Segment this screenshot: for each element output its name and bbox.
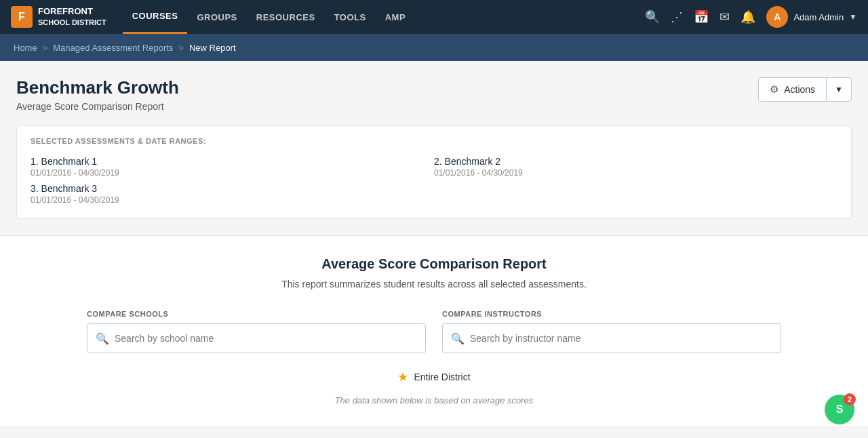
school-search-icon: 🔍 — [96, 332, 109, 345]
page-title-area: Benchmark Growth Average Score Compariso… — [16, 77, 179, 112]
assessments-label: SELECTED ASSESSMENTS & DATE RANGES: — [31, 137, 837, 145]
instructor-search-input[interactable] — [470, 333, 772, 344]
nav-courses[interactable]: COURSES — [123, 0, 188, 34]
actions-label: Actions — [784, 84, 815, 95]
grid-icon[interactable]: ⋰ — [671, 9, 683, 24]
instructor-search-icon: 🔍 — [451, 332, 465, 345]
school-search-input[interactable] — [115, 333, 417, 344]
assessments-card: SELECTED ASSESSMENTS & DATE RANGES: 1. B… — [16, 125, 852, 219]
bell-icon[interactable]: 🔔 — [741, 9, 755, 24]
nav-right: 🔍 ⋰ 📅 ✉ 🔔 A Adam Admin ▼ — [645, 6, 857, 28]
assessment-item-1: 1. Benchmark 1 01/01/2016 - 04/30/2019 — [31, 153, 434, 180]
assessment-date-3: 01/01/2016 - 04/30/2019 — [31, 195, 434, 205]
school-search-wrap[interactable]: 🔍 — [87, 323, 426, 353]
compare-schools-label: COMPARE SCHOOLS — [87, 310, 426, 318]
bottom-section: Average Score Comparison Report This rep… — [0, 235, 868, 426]
data-note: The data shown below is based on average… — [16, 395, 852, 405]
logo-icon: F — [11, 6, 33, 28]
assessment-item-3: 3. Benchmark 3 01/01/2016 - 04/30/2019 — [31, 180, 434, 207]
assessment-name-3: 3. Benchmark 3 — [31, 183, 434, 194]
breadcrumb-sep-1: > — [43, 43, 48, 53]
user-area[interactable]: A Adam Admin ▼ — [766, 6, 857, 28]
support-count: 2 — [844, 393, 856, 405]
support-initials: S — [836, 403, 844, 416]
report-description: This report summarizes student results a… — [16, 279, 852, 290]
gear-icon: ⚙ — [770, 83, 778, 96]
nav-amp[interactable]: AMP — [376, 0, 415, 34]
star-icon: ★ — [397, 370, 408, 384]
actions-dropdown-chevron[interactable]: ▼ — [827, 79, 851, 100]
logo-area[interactable]: F FOREFRONT SCHOOL DISTRICT — [11, 6, 106, 28]
compare-section: COMPARE SCHOOLS 🔍 COMPARE INSTRUCTORS 🔍 — [16, 310, 852, 353]
page-subtitle: Average Score Comparison Report — [16, 101, 179, 112]
search-icon[interactable]: 🔍 — [645, 9, 660, 24]
assessment-item-2: 2. Benchmark 2 01/01/2016 - 04/30/2019 — [434, 153, 837, 180]
calendar-icon[interactable]: 📅 — [694, 9, 709, 24]
breadcrumb: Home > Managed Assessment Reports > New … — [0, 34, 868, 61]
entire-district[interactable]: ★ Entire District — [16, 370, 852, 384]
assessment-date-2: 01/01/2016 - 04/30/2019 — [434, 168, 837, 178]
compare-instructors-label: COMPARE INSTRUCTORS — [442, 310, 781, 318]
actions-main[interactable]: ⚙ Actions — [759, 78, 827, 101]
assessment-name-2: 2. Benchmark 2 — [434, 156, 837, 167]
breadcrumb-current: New Report — [189, 43, 236, 53]
page-header: Benchmark Growth Average Score Compariso… — [16, 77, 852, 112]
actions-button[interactable]: ⚙ Actions ▼ — [758, 77, 852, 102]
nav-resources[interactable]: RESOURCES — [247, 0, 325, 34]
page-title: Benchmark Growth — [16, 77, 179, 98]
nav-bar: F FOREFRONT SCHOOL DISTRICT COURSES GROU… — [0, 0, 868, 34]
breadcrumb-sep-2: > — [178, 43, 184, 53]
nav-groups[interactable]: GROUPS — [187, 0, 246, 34]
avatar: A — [766, 6, 788, 28]
compare-schools-col: COMPARE SCHOOLS 🔍 — [87, 310, 426, 353]
nav-left: F FOREFRONT SCHOOL DISTRICT COURSES GROU… — [11, 0, 415, 34]
support-badge[interactable]: S 2 — [825, 395, 854, 424]
entire-district-label: Entire District — [414, 372, 470, 382]
breadcrumb-managed[interactable]: Managed Assessment Reports — [53, 43, 173, 53]
assessment-name-1: 1. Benchmark 1 — [31, 156, 434, 167]
breadcrumb-home[interactable]: Home — [14, 43, 37, 53]
user-name: Adam Admin — [793, 12, 844, 22]
nav-links: COURSES GROUPS RESOURCES TOOLS AMP — [123, 0, 415, 34]
chevron-down-icon: ▼ — [849, 12, 857, 22]
instructor-search-wrap[interactable]: 🔍 — [442, 323, 781, 353]
mail-icon[interactable]: ✉ — [719, 9, 730, 24]
report-section-title: Average Score Comparison Report — [16, 256, 852, 272]
assessment-date-1: 01/01/2016 - 04/30/2019 — [31, 168, 434, 178]
logo-text: FOREFRONT SCHOOL DISTRICT — [38, 6, 106, 27]
assessments-grid: 1. Benchmark 1 01/01/2016 - 04/30/2019 2… — [31, 153, 837, 207]
compare-instructors-col: COMPARE INSTRUCTORS 🔍 — [442, 310, 781, 353]
main-content: Benchmark Growth Average Score Compariso… — [0, 61, 868, 219]
nav-tools[interactable]: TOOLS — [325, 0, 376, 34]
